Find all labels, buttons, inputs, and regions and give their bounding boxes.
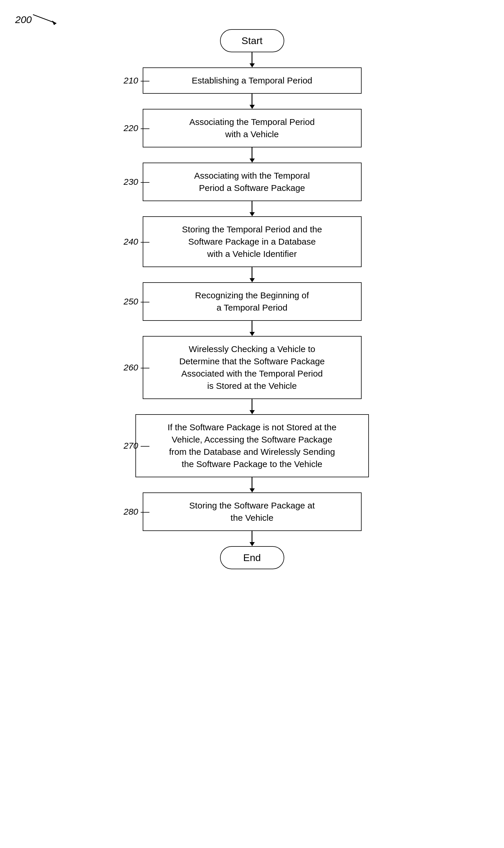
step-260-text: Wirelessly Checking a Vehicle toDetermin… xyxy=(179,344,325,391)
step-220-row: 220 — Associating the Temporal Periodwit… xyxy=(121,109,383,147)
connector-3 xyxy=(250,201,255,216)
step-230-box: Associating with the TemporalPeriod a So… xyxy=(143,163,362,201)
connector-7 xyxy=(250,477,255,492)
flow-wrapper: Start 210 — Establishing a Temporal Peri… xyxy=(121,29,383,569)
step-270-label: 270 — xyxy=(124,441,149,451)
step-240-row: 240 — Storing the Temporal Period and th… xyxy=(121,216,383,267)
connector-5 xyxy=(250,321,255,336)
step-260-row: 260 — Wirelessly Checking a Vehicle toDe… xyxy=(121,336,383,399)
step-270-box: If the Software Package is not Stored at… xyxy=(136,414,369,477)
step-210-label: 210 — xyxy=(124,76,149,86)
step-220-label: 220 — xyxy=(124,123,149,133)
step-230-row: 230 — Associating with the TemporalPerio… xyxy=(121,163,383,201)
connector-1 xyxy=(250,94,255,109)
step-240-label: 240 — xyxy=(124,237,149,247)
connector-4 xyxy=(250,267,255,282)
connector-0 xyxy=(250,52,255,68)
step-210-row: 210 — Establishing a Temporal Period xyxy=(121,68,383,94)
step-230-label: 230 — xyxy=(124,177,149,187)
step-270-row: 270 — If the Software Package is not Sto… xyxy=(121,414,383,477)
step-280-box: Storing the Software Package atthe Vehic… xyxy=(143,492,362,531)
step-220-text: Associating the Temporal Periodwith a Ve… xyxy=(190,117,315,139)
step-270-text: If the Software Package is not Stored at… xyxy=(167,422,337,469)
end-box: End xyxy=(220,546,284,569)
connector-6 xyxy=(250,399,255,414)
diagram-label: 200 xyxy=(15,12,65,27)
step-240-text: Storing the Temporal Period and theSoftw… xyxy=(182,224,322,259)
step-250-text: Recognizing the Beginning ofa Temporal P… xyxy=(195,290,309,312)
start-row: Start xyxy=(121,29,383,52)
step-210-box: Establishing a Temporal Period xyxy=(143,68,362,94)
diagram-label-text: 200 xyxy=(15,14,32,25)
step-250-box: Recognizing the Beginning ofa Temporal P… xyxy=(143,282,362,321)
step-250-label: 250 — xyxy=(124,296,149,307)
step-250-row: 250 — Recognizing the Beginning ofa Temp… xyxy=(121,282,383,321)
step-280-label: 280 — xyxy=(124,507,149,517)
step-230-text: Associating with the TemporalPeriod a So… xyxy=(194,171,310,193)
start-box: Start xyxy=(220,29,284,52)
step-260-box: Wirelessly Checking a Vehicle toDetermin… xyxy=(143,336,362,399)
end-row: End xyxy=(121,546,383,569)
step-260-label: 260 — xyxy=(124,363,149,373)
diagram-container: 200 Start 210 — Establishing a Temporal … xyxy=(0,0,504,848)
connector-8 xyxy=(250,531,255,546)
connector-2 xyxy=(250,147,255,163)
start-label: Start xyxy=(241,35,263,46)
step-220-box: Associating the Temporal Periodwith a Ve… xyxy=(143,109,362,147)
step-280-text: Storing the Software Package atthe Vehic… xyxy=(189,501,314,523)
step-280-row: 280 — Storing the Software Package atthe… xyxy=(121,492,383,531)
end-label: End xyxy=(243,552,261,563)
step-240-box: Storing the Temporal Period and theSoftw… xyxy=(143,216,362,267)
step-210-text: Establishing a Temporal Period xyxy=(192,76,312,85)
